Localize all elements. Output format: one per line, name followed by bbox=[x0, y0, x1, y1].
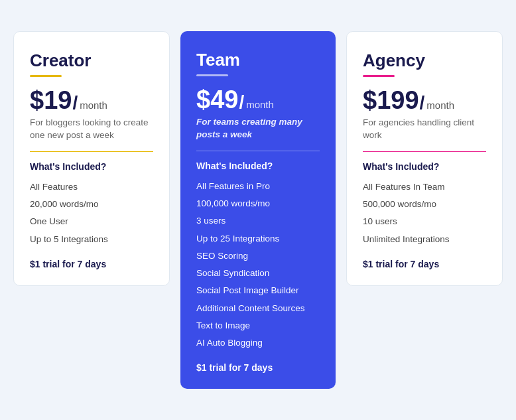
price-amount-creator: $19 bbox=[30, 88, 72, 113]
price-amount-agency: $199 bbox=[363, 88, 419, 113]
included-label-team: What's Included? bbox=[196, 161, 320, 171]
list-item: Up to 25 Integrations bbox=[196, 230, 320, 247]
list-item: All Features In Team bbox=[363, 178, 486, 196]
pricing-card-creator: Creator$19/monthFor bloggers looking to … bbox=[13, 31, 170, 286]
price-period-creator: month bbox=[80, 100, 107, 111]
price-slash-agency: / bbox=[420, 92, 425, 113]
pricing-container: Creator$19/monthFor bloggers looking to … bbox=[13, 31, 503, 389]
plan-name-creator: Creator bbox=[30, 50, 153, 71]
feature-list-creator: All Features20,000 words/moOne UserUp to… bbox=[30, 178, 153, 248]
included-label-creator: What's Included? bbox=[30, 161, 153, 172]
feature-list-team: All Features in Pro100,000 words/mo3 use… bbox=[196, 178, 320, 352]
list-item: All Features bbox=[30, 178, 153, 196]
list-item: 10 users bbox=[363, 213, 486, 230]
list-item: Up to 5 Integrations bbox=[30, 231, 153, 248]
price-slash-creator: / bbox=[72, 92, 78, 113]
list-item: Social Post Image Builder bbox=[196, 282, 320, 299]
plan-tagline-creator: For bloggers looking to create one new p… bbox=[30, 116, 153, 142]
trial-text-agency: $1 trial for 7 days bbox=[363, 259, 486, 269]
trial-text-team: $1 trial for 7 days bbox=[196, 362, 320, 373]
trial-text-creator: $1 trial for 7 days bbox=[30, 259, 153, 269]
price-row-creator: $19/month bbox=[30, 88, 153, 113]
list-item: 100,000 words/mo bbox=[196, 195, 320, 212]
included-label-agency: What's Included? bbox=[363, 161, 486, 172]
list-item: All Features in Pro bbox=[196, 178, 320, 195]
plan-name-divider-creator bbox=[30, 75, 62, 77]
plan-tagline-team: For teams creating many posts a week bbox=[196, 115, 320, 141]
section-divider-team bbox=[196, 151, 320, 151]
list-item: Text to Image bbox=[196, 317, 320, 334]
plan-tagline-agency: For agencies handling client work bbox=[363, 116, 486, 142]
list-item: Social Syndication bbox=[196, 265, 320, 282]
feature-list-agency: All Features In Team500,000 words/mo10 u… bbox=[363, 178, 486, 248]
price-period-team: month bbox=[246, 99, 274, 110]
price-row-team: $49/month bbox=[196, 87, 320, 113]
section-divider-creator bbox=[30, 151, 153, 152]
list-item: SEO Scoring bbox=[196, 247, 320, 265]
plan-name-divider-agency bbox=[363, 75, 395, 77]
plan-name-agency: Agency bbox=[363, 50, 486, 71]
list-item: One User bbox=[30, 213, 153, 230]
price-period-agency: month bbox=[426, 100, 454, 111]
list-item: 500,000 words/mo bbox=[363, 196, 486, 213]
section-divider-agency bbox=[363, 151, 486, 152]
list-item: AI Auto Blogging bbox=[196, 334, 320, 352]
price-amount-team: $49 bbox=[196, 87, 238, 112]
list-item: 3 users bbox=[196, 212, 320, 230]
pricing-card-agency: Agency$199/monthFor agencies handling cl… bbox=[346, 31, 503, 286]
list-item: 20,000 words/mo bbox=[30, 196, 153, 213]
plan-name-divider-team bbox=[196, 74, 228, 76]
pricing-card-team: Team$49/monthFor teams creating many pos… bbox=[180, 31, 336, 389]
price-row-agency: $199/month bbox=[363, 88, 486, 113]
list-item: Additional Content Sources bbox=[196, 300, 320, 317]
price-slash-team: / bbox=[239, 92, 244, 113]
plan-name-team: Team bbox=[196, 50, 320, 70]
list-item: Unlimited Integrations bbox=[363, 231, 486, 248]
